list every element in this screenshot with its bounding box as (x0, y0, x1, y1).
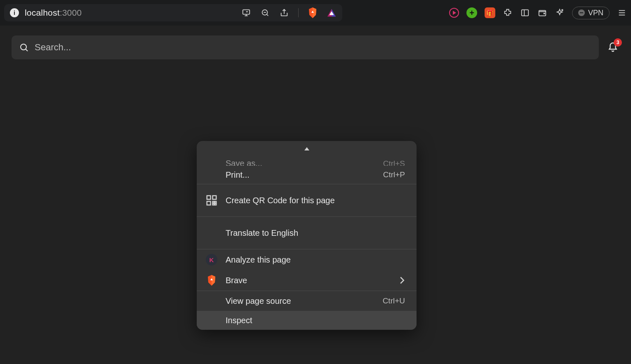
page-body: 3 Save as... Ctrl+S Print... Ctrl+P Crea… (0, 26, 631, 364)
url-display[interactable]: localhost:3000 (25, 8, 82, 18)
browser-toolbar: i localhost:3000 + 🎁 (0, 0, 631, 26)
context-shortcut: Ctrl+S (383, 159, 405, 166)
svg-point-7 (544, 13, 544, 14)
search-input[interactable] (35, 42, 591, 53)
leo-ai-icon[interactable] (555, 8, 565, 18)
share-icon[interactable] (279, 8, 289, 18)
context-item-inspect[interactable]: Inspect (197, 311, 417, 330)
hamburger-menu-icon[interactable] (617, 8, 627, 18)
context-item-translate[interactable]: Translate to English (197, 217, 417, 249)
zoom-out-icon[interactable] (260, 8, 270, 18)
context-label: Translate to English (226, 228, 405, 238)
context-item-analyze[interactable]: K Analyze this page (197, 249, 417, 270)
browser-right-icons: + 🎁 VPN (449, 7, 627, 19)
qr-code-icon (204, 194, 219, 207)
svg-line-3 (267, 14, 268, 16)
context-label: Save as... (226, 159, 377, 166)
context-menu-scroll-up[interactable] (197, 141, 417, 157)
svg-rect-14 (207, 196, 211, 200)
brave-shield-icon[interactable] (308, 8, 318, 18)
vpn-status-icon (578, 9, 585, 16)
context-item-save-as[interactable]: Save as... Ctrl+S (197, 157, 417, 166)
sidebar-toggle-icon[interactable] (520, 8, 530, 18)
vpn-button[interactable]: VPN (572, 7, 610, 19)
url-port: :3000 (60, 8, 82, 18)
search-bar[interactable] (12, 35, 599, 59)
svg-rect-4 (522, 10, 529, 16)
install-app-icon[interactable] (241, 8, 251, 18)
svg-rect-16 (207, 202, 211, 205)
extension-media-icon[interactable] (449, 8, 459, 18)
wallet-icon[interactable] (537, 8, 547, 18)
context-item-brave-submenu[interactable]: Brave (197, 270, 417, 291)
address-bar-actions (241, 8, 337, 18)
search-icon (19, 42, 29, 52)
context-item-qr-code[interactable]: Create QR Code for this page (197, 184, 417, 216)
analyze-extension-icon: K (204, 254, 219, 265)
svg-rect-15 (213, 196, 217, 200)
notifications-button[interactable]: 3 (606, 41, 619, 54)
context-label: Create QR Code for this page (226, 196, 405, 205)
context-shortcut: Ctrl+P (383, 170, 405, 179)
context-label: View page source (226, 296, 376, 306)
context-item-print[interactable]: Print... Ctrl+P (197, 166, 417, 184)
context-label: Inspect (226, 316, 405, 325)
extension-add-icon[interactable]: + (466, 7, 477, 18)
toolbar-divider (298, 8, 299, 17)
svg-rect-20 (215, 202, 217, 203)
extension-gift-icon[interactable]: 🎁 (485, 7, 495, 18)
notifications-badge: 3 (614, 38, 622, 47)
svg-rect-18 (215, 204, 217, 205)
extensions-icon[interactable] (503, 8, 513, 18)
context-label: Analyze this page (226, 255, 405, 265)
context-menu: Save as... Ctrl+S Print... Ctrl+P Create… (197, 141, 417, 330)
chevron-right-icon (399, 276, 405, 284)
svg-rect-17 (213, 202, 214, 203)
address-bar[interactable]: i localhost:3000 (4, 4, 342, 21)
svg-point-8 (562, 9, 563, 11)
context-shortcut: Ctrl+U (383, 296, 405, 305)
site-info-icon[interactable]: i (10, 8, 19, 17)
svg-point-12 (21, 44, 26, 50)
context-label: Brave (226, 276, 393, 285)
svg-rect-0 (243, 10, 250, 14)
vpn-label: VPN (588, 9, 603, 17)
context-item-view-source[interactable]: View page source Ctrl+U (197, 291, 417, 311)
context-label: Print... (226, 170, 377, 180)
url-host: localhost (25, 8, 60, 18)
svg-rect-19 (213, 204, 214, 205)
svg-line-13 (26, 49, 28, 52)
brave-shield-icon (204, 275, 219, 286)
brave-rewards-icon[interactable] (327, 8, 337, 18)
